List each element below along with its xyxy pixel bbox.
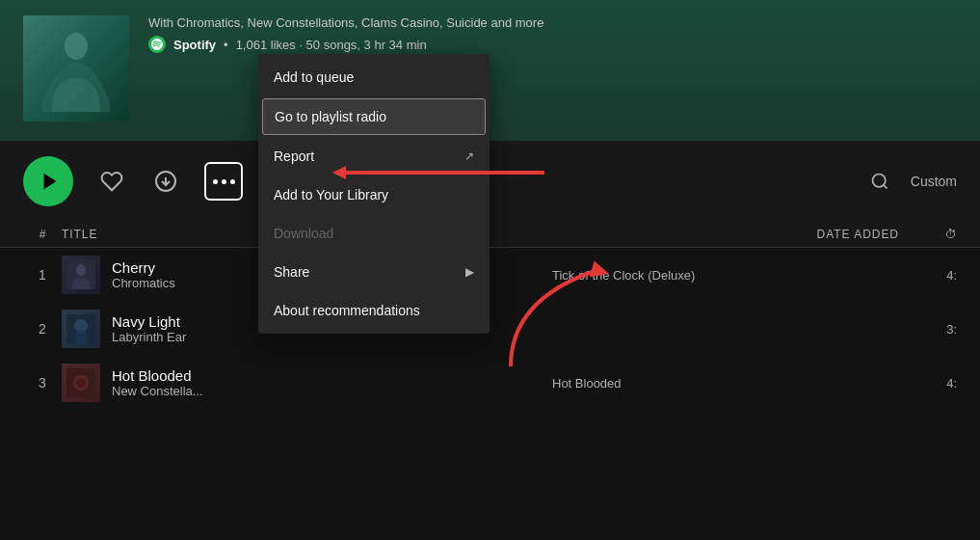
menu-item-label: Download [274, 226, 333, 241]
submenu-arrow-icon: ▶ [465, 265, 474, 279]
svg-point-14 [76, 378, 86, 388]
context-menu: Add to queue Go to playlist radio Report… [258, 54, 490, 334]
menu-item-share[interactable]: Share ▶ [258, 253, 490, 291]
col-header-duration: ⏱ [899, 228, 957, 241]
track-duration: 4: [899, 268, 957, 283]
like-button[interactable] [96, 166, 127, 197]
track-artist: New Constella... [112, 384, 552, 398]
ellipsis-icon [213, 179, 235, 184]
dot3 [230, 179, 235, 184]
track-number: 2 [23, 321, 62, 337]
menu-item-add-to-library[interactable]: Add to Your Library [258, 176, 490, 214]
track-name: Hot Blooded [112, 367, 552, 384]
svg-point-9 [76, 264, 86, 276]
spotify-logo-icon [148, 36, 166, 53]
col-header-date: DATE ADDED [745, 228, 899, 241]
track-number: 1 [23, 267, 62, 283]
menu-item-label: Share [274, 264, 309, 280]
dot1 [213, 179, 218, 184]
track-row[interactable]: 2 Navy Light Labyrinth Ear 3: [0, 302, 980, 356]
menu-item-label: About recommendations [274, 303, 420, 318]
menu-item-label: Add to Your Library [274, 187, 388, 202]
menu-item-download: Download [258, 214, 490, 253]
menu-item-report[interactable]: Report ↗ [258, 137, 490, 176]
spotify-brand: Spotify [173, 38, 216, 52]
playlist-info: With Chromatics, New Constellations, Cla… [148, 15, 543, 57]
track-row[interactable]: 3 Hot Blooded New Constella... Hot Blood… [0, 356, 980, 410]
download-button[interactable] [150, 166, 181, 197]
track-album: Tick of the Clock (Deluxe) [552, 268, 745, 283]
track-duration: 4: [899, 376, 957, 391]
menu-item-label: Add to queue [274, 69, 354, 85]
controls-bar: Custom [0, 141, 980, 222]
track-thumbnail [62, 364, 100, 402]
menu-item-add-to-queue[interactable]: Add to queue [258, 58, 490, 96]
custom-filter-label[interactable]: Custom [911, 174, 957, 189]
track-row[interactable]: 1 Cherry Chromatics Tick of the Clock (D… [0, 248, 980, 302]
track-album: Hot Blooded [552, 376, 745, 391]
track-duration: 3: [899, 322, 957, 337]
playlist-header: With Chromatics, New Constellations, Cla… [0, 0, 980, 141]
col-header-num: # [23, 228, 62, 241]
menu-item-about-recommendations[interactable]: About recommendations [258, 291, 490, 330]
playlist-stats-detail: 1,061 likes · 50 songs, 3 hr 34 min [236, 38, 427, 52]
menu-item-label: Report [274, 148, 314, 164]
more-options-button[interactable] [204, 162, 243, 201]
spotify-row: Spotify • 1,061 likes · 50 songs, 3 hr 3… [148, 36, 543, 53]
track-number: 3 [23, 375, 62, 391]
tracks-list: 1 Cherry Chromatics Tick of the Clock (D… [0, 248, 980, 410]
external-link-icon: ↗ [464, 149, 474, 163]
menu-item-label: Go to playlist radio [275, 109, 386, 124]
search-button[interactable] [864, 166, 895, 197]
svg-line-7 [884, 185, 887, 189]
svg-marker-1 [43, 174, 56, 190]
svg-point-0 [65, 33, 88, 60]
album-art [23, 15, 129, 122]
tracks-table-header: # TITLE DATE ADDED ⏱ [0, 222, 980, 248]
menu-item-go-to-radio[interactable]: Go to playlist radio [262, 98, 486, 135]
playlist-subtitle: With Chromatics, New Constellations, Cla… [148, 15, 543, 30]
track-thumbnail [62, 256, 100, 294]
track-thumbnail [62, 310, 100, 348]
playlist-stats: • [224, 38, 228, 52]
svg-point-6 [872, 175, 885, 187]
dot2 [222, 179, 226, 184]
track-info: Hot Blooded New Constella... [112, 367, 552, 398]
play-button[interactable] [23, 156, 73, 206]
